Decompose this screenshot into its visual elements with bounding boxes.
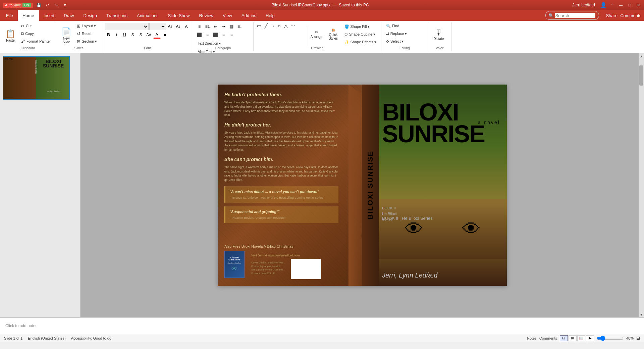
shape-fill-button[interactable]: 🪣 Shape Fill ▾ [342,23,378,30]
align-options-button[interactable]: ≡ [228,31,235,39]
dictate-icon: 🎙 [435,28,443,36]
ribbon-collapse-button[interactable]: ⌃ [609,2,615,8]
tab-review[interactable]: Review [194,10,218,21]
shape-outline-button[interactable]: ⬡ Shape Outline ▾ [342,31,378,38]
statusbar-right: Notes Comments ⊡ ⊞ 📖 ▶ 40% ⊞ [527,335,640,341]
maximize-button[interactable]: □ [627,2,633,8]
decrease-font-button[interactable]: A↓ [175,23,182,30]
shadow-button[interactable]: S [137,31,145,39]
arrange-button[interactable]: ⧉ Arrange [309,23,324,46]
clear-format-button[interactable]: A [183,23,190,30]
font-family-select[interactable] [105,23,149,30]
align-left-button[interactable]: ⬛ [196,31,203,39]
save-button[interactable]: 💾 [36,2,42,8]
strikethrough-button[interactable]: S [129,31,137,39]
minimize-button[interactable]: — [618,2,624,8]
search-input[interactable] [555,13,595,18]
quick-styles-icon: 🎨 [331,29,335,32]
author-name: Jerri, Lynn Led/a:d [382,271,503,279]
reset-button[interactable]: ↺ Reset [75,30,99,37]
align-right-button[interactable]: ⬛ [212,31,219,39]
cut-button[interactable]: ✂ Cut [19,22,53,30]
slide-thumbnail[interactable]: BILOXI BILOXI SUNRISE BILOXISUNRISE Jerr… [3,56,70,100]
zoom-slider[interactable] [597,336,624,341]
tab-file[interactable]: File [1,10,18,21]
shape-effects-button[interactable]: ✨ Shape Effects ▾ [342,38,378,46]
autosave-status[interactable]: ON [22,3,31,7]
select-button[interactable]: ⊹ Select ▾ [384,38,425,45]
share-button[interactable]: Share [606,13,618,18]
fit-to-window-button[interactable]: ⊞ [636,336,640,341]
tab-slideshow[interactable]: Slide Show [163,10,194,21]
increase-indent-button[interactable]: ⇥ [220,23,227,30]
line-spacing-button[interactable]: ≡↕ [236,23,244,30]
scroll-down-arrow[interactable]: ▼ [639,312,644,317]
paste-button[interactable]: 📋 Paste [3,24,18,47]
view-buttons: ⊡ ⊞ 📖 ▶ [560,335,594,341]
autosave-label: AutoSave [5,3,21,7]
comments-button[interactable]: Comments [620,13,641,18]
replace-button[interactable]: ⇄ Replace ▾ [384,30,425,37]
justify-button[interactable]: ≡ [220,31,227,39]
tab-design[interactable]: Design [79,10,102,21]
new-slide-button[interactable]: 📄 New Slide [59,24,74,47]
format-painter-button[interactable]: 🖌 Format Painter [19,38,53,45]
find-button[interactable]: 🔍 Find [384,22,425,30]
notes-area[interactable]: Click to add notes [0,317,644,334]
tab-animations[interactable]: Animations [132,10,163,21]
novel-tag: a novel [478,120,500,125]
shape-rect-icon[interactable]: ▭ [256,23,262,29]
increase-font-button[interactable]: A↑ [167,23,174,30]
user-icon[interactable]: 👤 [600,2,606,8]
shape-line-icon[interactable]: ╱ [263,23,269,29]
text-direction-button[interactable]: Text Direction ▾ [196,40,223,47]
zoom-level: 40% [626,336,634,340]
close-button[interactable]: ✕ [635,2,641,8]
shape-oval-icon[interactable]: ○ [276,23,282,29]
tab-insert[interactable]: Insert [39,10,59,21]
copy-button[interactable]: ⧉ Copy [19,30,53,37]
tab-addins[interactable]: Add-ins [237,10,261,21]
shape-triangle-icon[interactable]: △ [283,23,289,29]
tab-transitions[interactable]: Transitions [102,10,132,21]
normal-view-button[interactable]: ⊡ [560,335,568,341]
redo-button[interactable]: ↪ [53,2,59,8]
underline-button[interactable]: U [121,31,128,39]
font-size-select[interactable] [149,23,166,30]
shape-arrow-icon[interactable]: → [270,23,276,29]
layout-button[interactable]: ⊞ Layout ▾ [75,22,99,30]
tab-draw[interactable]: Draw [59,10,78,21]
search-box[interactable]: 🔍 [545,11,599,20]
slideshow-view-button[interactable]: ▶ [586,335,594,341]
char-spacing-button[interactable]: AV [145,31,153,39]
highlight-button[interactable]: ■ [161,31,169,39]
tab-view[interactable]: View [218,10,237,21]
undo-button[interactable]: ↩ [45,2,51,8]
slide-sorter-button[interactable]: ⊞ [569,335,577,341]
columns-button[interactable]: ▦ [228,23,235,30]
quick-access-button[interactable]: ▼ [62,2,68,8]
decrease-indent-button[interactable]: ⇤ [212,23,219,30]
scroll-thumb[interactable] [639,65,643,86]
font-color-button[interactable]: A [153,31,161,39]
section-button[interactable]: ⊟ Section ▾ [75,38,99,45]
tab-help[interactable]: Help [261,10,279,21]
scroll-up-arrow[interactable]: ▲ [639,53,644,59]
italic-button[interactable]: I [113,31,120,39]
slide-canvas[interactable]: He hadn't protected them. When Homicide … [218,85,507,286]
reading-view-button[interactable]: 📖 [577,335,585,341]
bold-button[interactable]: B [105,31,112,39]
notes-btn[interactable]: Notes [527,336,537,340]
quick-styles-button[interactable]: 🎨 Quick Styles [326,23,341,46]
autosave-badge[interactable]: AutoSave ON [3,2,33,8]
numbering-button[interactable]: ≡1 [204,23,211,30]
tab-home[interactable]: Home [18,10,39,21]
align-center-button[interactable]: ≡ [204,31,211,39]
vertical-scrollbar[interactable]: ▲ ▼ [639,53,644,317]
dictate-button[interactable]: 🎙 Dictate [431,23,446,46]
shape-more-icon[interactable]: ⋯ [290,23,296,29]
ribbon: File Home Insert Draw Design Transitions… [0,10,644,53]
bullets-button[interactable]: ≡ [196,23,203,30]
comments-status-btn[interactable]: Comments [539,336,557,340]
editing-label: Editing [399,46,410,50]
